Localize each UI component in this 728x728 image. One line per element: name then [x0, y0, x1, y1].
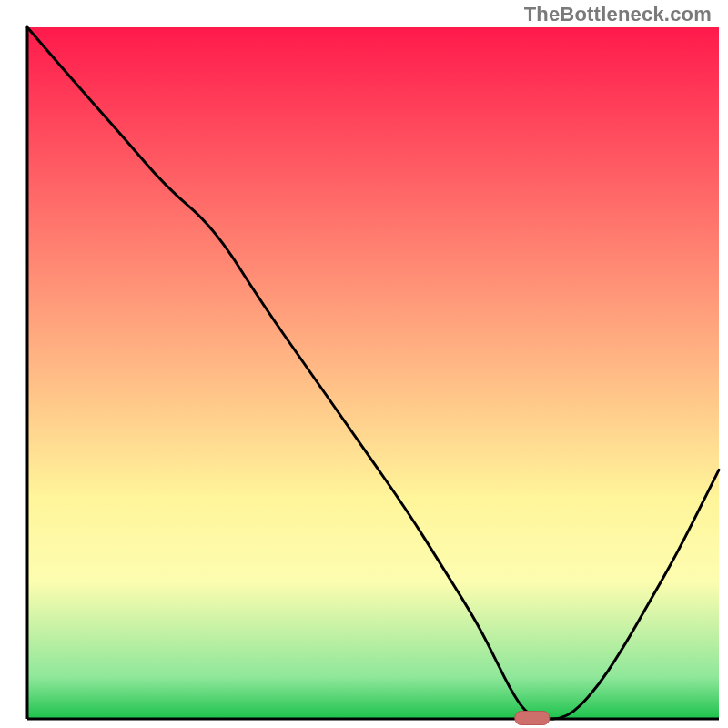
chart-frame: TheBottleneck.com: [0, 0, 728, 728]
plot-background: [27, 27, 719, 719]
bottleneck-chart: [0, 0, 728, 728]
watermark-text: TheBottleneck.com: [524, 3, 712, 26]
optimal-range-marker: [515, 712, 550, 725]
